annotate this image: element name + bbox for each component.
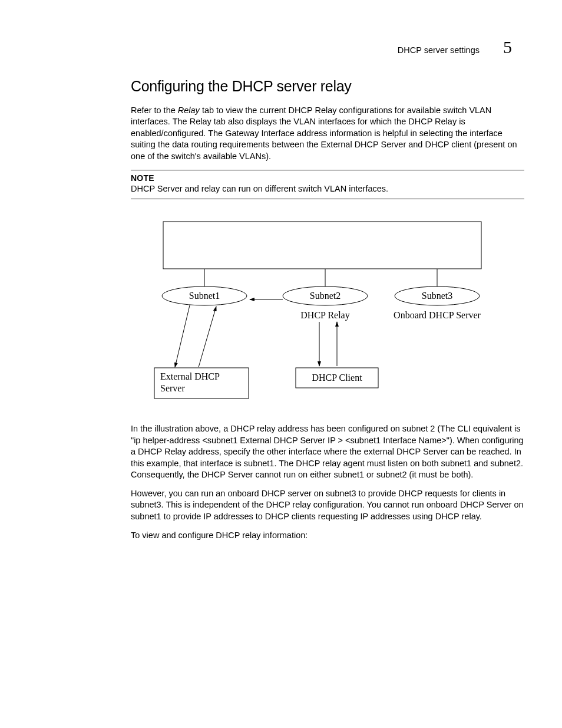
dhcp-relay-diagram: Subnet1 Subnet2 Subnet3 DHCP Relay Onboa…: [148, 217, 496, 406]
section-title: Configuring the DHCP server relay: [131, 77, 524, 97]
page-header: DHCP server settings 5: [398, 35, 512, 60]
diagram-dhcp-relay-label: DHCP Relay: [300, 310, 349, 321]
main-content: Configuring the DHCP server relay Refer …: [131, 77, 524, 548]
note-block: NOTE DHCP Server and relay can run on di…: [131, 170, 524, 199]
diagram-ext-server-line1: External DHCP: [160, 371, 220, 381]
svg-line-9: [199, 307, 216, 367]
paragraph-3: However, you can run an onboard DHCP ser…: [131, 488, 524, 523]
intro-paragraph: Refer to the Relay tab to view the curre…: [131, 105, 524, 163]
diagram-ext-server-line2: Server: [160, 383, 185, 393]
diagram-subnet1-label: Subnet1: [189, 291, 220, 301]
relay-tab-emph: Relay: [178, 106, 200, 115]
paragraph-2: In the illustration above, a DHCP relay …: [131, 423, 524, 481]
diagram-subnet3-label: Subnet3: [422, 291, 452, 301]
diagram-container: Subnet1 Subnet2 Subnet3 DHCP Relay Onboa…: [148, 217, 524, 406]
note-label: NOTE: [131, 173, 524, 184]
note-text: DHCP Server and relay can run on differe…: [131, 183, 524, 195]
diagram-dhcp-client-label: DHCP Client: [312, 373, 362, 383]
svg-rect-0: [163, 222, 481, 269]
header-section-text: DHCP server settings: [398, 45, 480, 57]
diagram-onboard-label: Onboard DHCP Server: [394, 310, 481, 320]
diagram-subnet2-label: Subnet2: [310, 291, 340, 301]
paragraph-4: To view and configure DHCP relay informa…: [131, 530, 524, 542]
chapter-number: 5: [503, 35, 512, 60]
svg-line-8: [175, 305, 190, 367]
